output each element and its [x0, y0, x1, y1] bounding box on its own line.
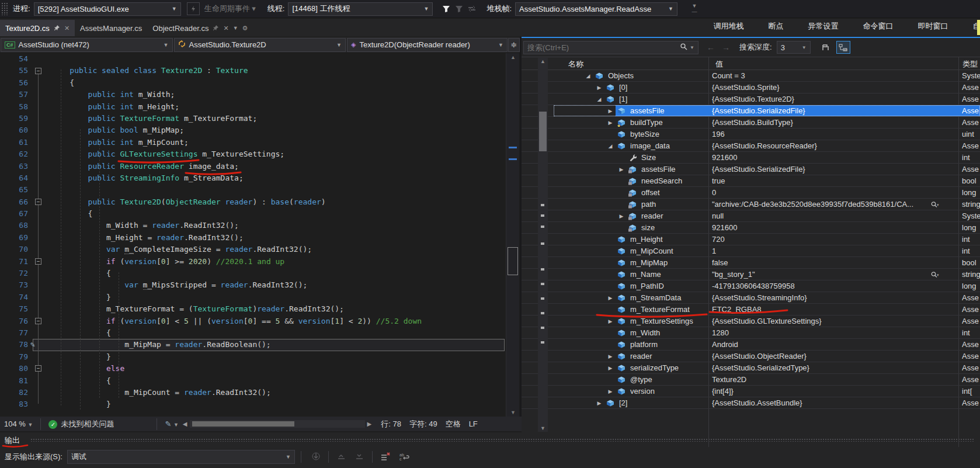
search-options-chevron-icon[interactable]: ▼	[690, 45, 694, 50]
watch-row[interactable]: ▶m_TextureSettings{AssetStudio.GLTexture…	[522, 316, 980, 327]
next-message-icon[interactable]	[355, 452, 364, 462]
watch-row[interactable]: m_MipCount1int	[522, 245, 980, 257]
tool-tab[interactable]: 调用堆栈	[713, 21, 743, 35]
watch-row[interactable]: ▶assetsFile{AssetStudio.SerializedFile}A…	[522, 164, 980, 175]
close-icon[interactable]: ✕	[64, 25, 69, 32]
code-line[interactable]: 68 m_Width = reader.ReadInt32();	[0, 220, 506, 231]
fold-collapse-icon[interactable]: −	[35, 318, 41, 324]
expander-closed-icon[interactable]: ▶	[595, 82, 603, 93]
watch-row[interactable]: ▶assetsFile{AssetStudio.SerializedFile}A…	[522, 105, 980, 117]
code-line[interactable]: 65	[0, 184, 506, 196]
pen-tool-icon[interactable]: ✎ ▼	[165, 420, 178, 428]
code-line[interactable]: 72 {	[0, 268, 506, 279]
watch-row[interactable]: ◢ObjectsCount = 3Syste	[522, 70, 980, 82]
type-dropdown[interactable]: AssetStudio.Texture2D ▼	[174, 38, 346, 52]
code-line[interactable]: 71− if (version[0] >= 2020) //2020.1 and…	[0, 256, 506, 268]
code-line[interactable]: 82 m_MipCount = reader.ReadInt32();	[0, 387, 506, 398]
scroll-thumb[interactable]	[539, 112, 547, 151]
gear-icon[interactable]: ⚙	[242, 25, 248, 32]
split-editor-handle[interactable]: ≑	[508, 38, 520, 52]
process-dropdown[interactable]: [5292] AssetStudioGUI.exe ▼	[34, 2, 181, 16]
code-line[interactable]: 79 }	[0, 351, 506, 363]
toolbar-grip[interactable]	[1, 2, 8, 15]
tool-tab[interactable]: 异常设置	[808, 21, 838, 35]
watch-row[interactable]: ▶[2]{AssetStudio.AssetBundle}Asse	[522, 397, 980, 409]
code-line[interactable]: 59 public TextureFormat m_TextureFormat;	[0, 113, 506, 124]
pen-gutter-icon[interactable]: ✎	[30, 339, 35, 351]
watch-row[interactable]: needSearchtruebool	[522, 175, 980, 187]
code-line[interactable]: 81 {	[0, 375, 506, 387]
eol-mode[interactable]: LF	[469, 420, 478, 428]
nav-forward-icon[interactable]: →	[722, 43, 730, 52]
tool-tab[interactable]: 即时窗口	[918, 21, 948, 35]
prev-message-icon[interactable]	[337, 452, 346, 462]
watch-row[interactable]: ▶★buildType{AssetStudio.BuildType}Asse	[522, 117, 980, 129]
h-scroll-left-icon[interactable]: ◀	[183, 421, 187, 427]
filter-flagged-icon[interactable]	[453, 2, 465, 15]
toolbar-overflow-icon[interactable]: ▼—	[688, 2, 701, 15]
clear-all-icon[interactable]	[381, 452, 390, 462]
partial-tab-sliver[interactable]	[977, 20, 980, 35]
code-line[interactable]: 80− else	[0, 363, 506, 375]
expander-open-icon[interactable]: ◢	[606, 140, 614, 152]
watch-row[interactable]: m_Width1280int	[522, 327, 980, 339]
watch-row[interactable]: m_MipMapfalsebool	[522, 257, 980, 269]
watch-row[interactable]: ▶[0]{AssetStudio.Sprite}Asse	[522, 82, 980, 93]
search-icon[interactable]	[680, 43, 688, 52]
code-line[interactable]: 60 public bool m_MipMap;	[0, 124, 506, 136]
tab-texture2d[interactable]: Texture2D.cs ✕	[0, 20, 75, 36]
code-line[interactable]: 69 m_Height = reader.ReadInt32();	[0, 232, 506, 244]
expander-closed-icon[interactable]: ▶	[606, 117, 614, 129]
code-line[interactable]: 73 var m_MipsStripped = reader.ReadInt32…	[0, 279, 506, 291]
watch-row[interactable]: ▶version{int[4]}int[	[522, 386, 980, 397]
scroll-up-icon[interactable]: ▲	[538, 58, 548, 64]
toggle-format-view-icon[interactable]: ab	[836, 41, 850, 54]
code-line[interactable]: 63 public ResourceReader image_data;	[0, 161, 506, 172]
code-line[interactable]: 70 var m_CompleteImageSize = reader.Read…	[0, 244, 506, 255]
find-message-icon[interactable]	[312, 452, 320, 462]
scroll-down-icon[interactable]: ▼	[506, 410, 520, 415]
expander-closed-icon[interactable]: ▶	[617, 164, 625, 175]
column-header-value[interactable]: 值	[715, 59, 723, 70]
watch-row[interactable]: platformAndroidAsse	[522, 339, 980, 351]
watch-row[interactable]: ▶serializedType{AssetStudio.SerializedTy…	[522, 362, 980, 374]
fold-collapse-icon[interactable]: −	[35, 68, 41, 74]
scroll-down-icon[interactable]: ▼	[538, 425, 548, 431]
expander-closed-icon[interactable]: ▶	[606, 316, 614, 327]
code-line[interactable]: 54	[0, 53, 506, 65]
watch-row[interactable]: ▶readernullSyste	[522, 210, 980, 222]
h-scroll-thumb[interactable]	[192, 421, 294, 427]
expander-closed-icon[interactable]: ▶	[606, 351, 614, 362]
nav-back-icon[interactable]: ←	[707, 43, 715, 52]
expander-open-icon[interactable]: ◢	[584, 70, 592, 82]
watch-row[interactable]: ◢[1]{AssetStudio.Texture2D}Asse	[522, 93, 980, 105]
editor-vertical-scrollbar[interactable]: ▲ ▼	[506, 53, 519, 417]
code-line[interactable]: 57 public int m_Width;	[0, 89, 506, 100]
code-line[interactable]: 78✎ m_MipMap = reader.ReadBoolean();	[0, 339, 506, 351]
watch-row[interactable]: @typeTexture2DAsse	[522, 374, 980, 386]
fold-collapse-icon[interactable]: −	[35, 199, 41, 205]
tool-tab[interactable]: 命令窗口	[863, 21, 893, 35]
tab-objectreader[interactable]: ObjectReader.cs ✕ ▼ ⚙	[147, 20, 253, 36]
expander-closed-icon[interactable]: ▶	[606, 292, 614, 304]
column-header-type[interactable]: 类型	[962, 59, 978, 70]
watch-row[interactable]: m_Name"bg_story_1"▾string	[522, 269, 980, 280]
watch-row[interactable]: ▶reader{AssetStudio.ObjectReader}Asse	[522, 351, 980, 362]
panel-drag-texture[interactable]	[30, 438, 974, 442]
code-line[interactable]: 76− if (version[0] < 5 || (version[0] ==…	[0, 316, 506, 327]
word-wrap-icon[interactable]: abc	[399, 452, 410, 462]
search-depth-dropdown[interactable]: 3 ▼	[777, 41, 811, 54]
lifecycle-events-icon[interactable]	[187, 2, 200, 15]
watch-row[interactable]: m_PathID-4179130606438759958long	[522, 280, 980, 292]
code-line[interactable]: 62 public GLTextureSettings m_TextureSet…	[0, 148, 506, 160]
filter-threads-icon[interactable]	[440, 2, 453, 15]
editor-horizontal-scrollbar[interactable]	[190, 420, 365, 428]
watch-row[interactable]: offset0long	[522, 187, 980, 199]
search-box[interactable]: ▼	[523, 41, 698, 54]
indent-mode[interactable]: 空格	[446, 419, 461, 429]
output-source-dropdown[interactable]: 调试 ▼	[67, 450, 295, 464]
zoom-level[interactable]: 104 % ▼	[4, 420, 33, 428]
stack-frame-dropdown[interactable]: AssetStudio.AssetsManager.ReadAsse ▼	[515, 2, 677, 16]
code-line[interactable]: 55− public sealed class Texture2D : Text…	[0, 65, 506, 77]
watch-row[interactable]: size921600long	[522, 222, 980, 234]
